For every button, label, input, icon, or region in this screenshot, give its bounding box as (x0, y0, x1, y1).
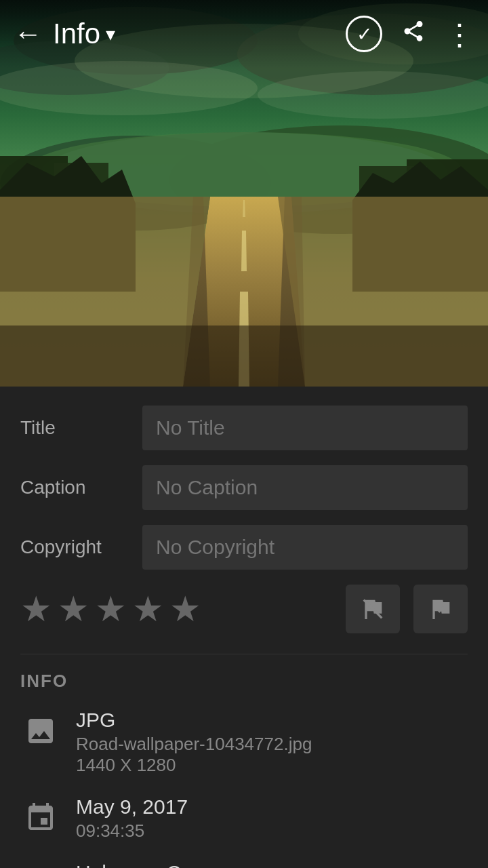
accept-flag-button[interactable] (413, 585, 468, 633)
calendar-icon (20, 797, 61, 838)
list-item: JPG Road-wallpaper-10434772.jpg 1440 X 1… (20, 708, 468, 776)
camera-info-content: Unknown Camera Unknown Lens (76, 861, 468, 868)
jpg-info-content: JPG Road-wallpaper-10434772.jpg 1440 X 1… (76, 708, 468, 776)
check-icon: ✓ (357, 23, 372, 45)
date-primary: May 9, 2017 (76, 795, 468, 819)
svg-rect-26 (0, 326, 488, 387)
caption-field-row: Caption (20, 465, 468, 510)
svg-marker-22 (241, 231, 247, 271)
star-4[interactable]: ★ (132, 589, 164, 629)
dropdown-icon[interactable]: ▾ (106, 23, 115, 45)
title-field-row: Title (20, 406, 468, 450)
rating-row: ★ ★ ★ ★ ★ (20, 585, 468, 633)
file-dimensions: 1440 X 1280 (76, 755, 468, 776)
back-button[interactable]: ← (14, 20, 42, 48)
header-title: Info (53, 18, 100, 50)
info-panel: Title Caption Copyright ★ ★ ★ ★ ★ (0, 387, 488, 868)
star-5[interactable]: ★ (169, 589, 201, 629)
divider-1 (20, 654, 468, 654)
caption-input[interactable] (142, 465, 468, 510)
copyright-input[interactable] (142, 525, 468, 570)
header-title-group: Info ▾ (53, 18, 346, 50)
header-actions: ✓ ⋮ (346, 16, 474, 52)
star-3[interactable]: ★ (95, 589, 127, 629)
app-header: ← Info ▾ ✓ ⋮ (0, 0, 488, 68)
caption-label: Caption (20, 477, 142, 498)
share-button[interactable] (401, 19, 426, 50)
check-button[interactable]: ✓ (346, 16, 382, 52)
list-item: May 9, 2017 09:34:35 (20, 795, 468, 842)
info-section-label: INFO (20, 671, 468, 692)
flag-buttons (346, 585, 468, 633)
file-name: Road-wallpaper-10434772.jpg (76, 734, 468, 755)
camera-icon (20, 863, 61, 868)
copyright-field-row: Copyright (20, 525, 468, 570)
date-info-content: May 9, 2017 09:34:35 (76, 795, 468, 842)
file-type: JPG (76, 708, 468, 732)
list-item: Unknown Camera Unknown Lens (20, 861, 468, 868)
star-1[interactable]: ★ (20, 589, 52, 629)
stars-group: ★ ★ ★ ★ ★ (20, 589, 346, 629)
title-label: Title (20, 417, 142, 439)
title-input[interactable] (142, 406, 468, 450)
date-secondary: 09:34:35 (76, 821, 468, 842)
reject-flag-button[interactable] (346, 585, 400, 633)
more-menu-button[interactable]: ⋮ (445, 17, 474, 52)
star-2[interactable]: ★ (58, 589, 89, 629)
copyright-label: Copyright (20, 536, 142, 558)
camera-name: Unknown Camera (76, 861, 468, 868)
image-icon (20, 711, 61, 751)
